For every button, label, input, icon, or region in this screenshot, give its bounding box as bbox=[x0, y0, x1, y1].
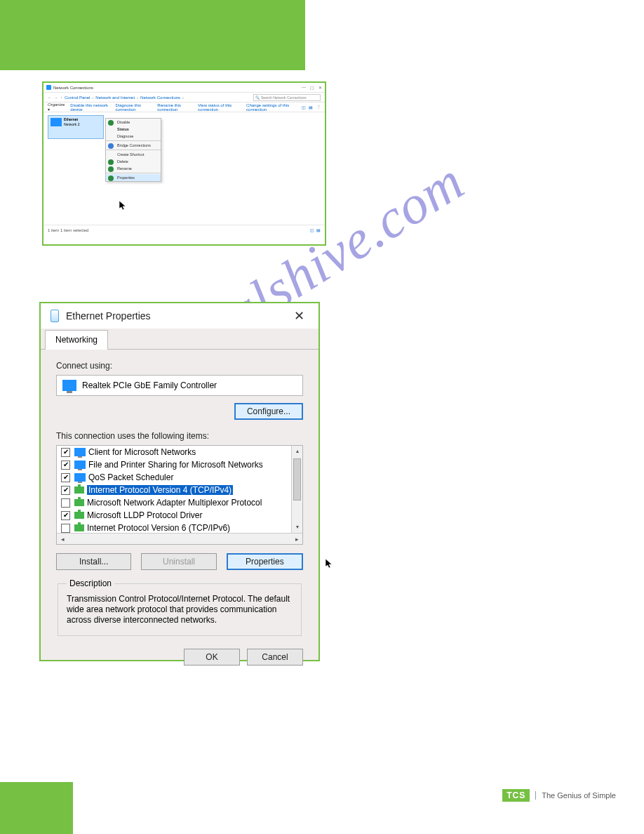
tab-networking[interactable]: Networking bbox=[45, 330, 108, 350]
items-list: Client for Microsoft NetworksFile and Pr… bbox=[56, 445, 303, 545]
context-menu-item[interactable]: Rename bbox=[106, 165, 161, 172]
scroll-left-icon[interactable]: ◂ bbox=[57, 534, 68, 545]
context-menu-item[interactable]: Properties bbox=[106, 174, 161, 181]
organize-menu[interactable]: Organize ▾ bbox=[48, 102, 65, 112]
logo-tagline: The Genius of Simple bbox=[535, 791, 616, 800]
context-menu-item[interactable]: Create Shortcut bbox=[106, 151, 161, 158]
checkbox[interactable] bbox=[61, 461, 70, 470]
svg-marker-1 bbox=[326, 559, 332, 568]
install-button[interactable]: Install... bbox=[56, 553, 131, 570]
context-menu-item[interactable]: Status bbox=[106, 126, 161, 133]
network-icon bbox=[74, 499, 84, 506]
tab-strip: Networking bbox=[41, 329, 318, 350]
help-icon[interactable]: ❔ bbox=[316, 105, 321, 110]
checkbox[interactable] bbox=[61, 486, 70, 495]
footer-logo: TCS The Genius of Simple bbox=[502, 789, 616, 802]
list-item[interactable]: QoS Packet Scheduler bbox=[57, 471, 302, 484]
description-group: Description Transmission Control Protoco… bbox=[58, 578, 302, 636]
status-bar: 1 item 1 item selected ◫▤ bbox=[43, 225, 325, 234]
adapter-field: Realtek PCIe GbE Family Controller bbox=[56, 375, 303, 396]
title-bar: Network Connections —▢✕ bbox=[43, 83, 325, 93]
search-input[interactable]: 🔍Search Network Connections bbox=[253, 94, 321, 101]
context-menu-item[interactable]: Diagnose bbox=[106, 133, 161, 140]
address-bar: ← → ↑ Control Panel › Network and Intern… bbox=[43, 93, 325, 102]
list-item-label: Internet Protocol Version 4 (TCP/IPv4) bbox=[87, 485, 233, 495]
list-item-label: Internet Protocol Version 6 (TCP/IPv6) bbox=[87, 523, 230, 533]
toolbar-item[interactable]: Diagnose this connection bbox=[116, 103, 152, 112]
checkbox[interactable] bbox=[61, 511, 70, 520]
breadcrumb[interactable]: Network and Internet bbox=[95, 95, 135, 100]
scroll-up-icon[interactable]: ▴ bbox=[292, 446, 302, 457]
cursor-icon bbox=[119, 201, 126, 211]
cursor-icon bbox=[326, 559, 333, 569]
window-icon bbox=[46, 85, 51, 90]
ok-button[interactable]: OK bbox=[184, 649, 240, 666]
toolbar-item[interactable]: Rename this connection bbox=[157, 103, 192, 112]
logo-badge: TCS bbox=[502, 789, 530, 802]
scroll-right-icon[interactable]: ▸ bbox=[291, 534, 302, 545]
adapter-name: Realtek PCIe GbE Family Controller bbox=[82, 380, 217, 390]
context-menu-item[interactable]: Bridge Connections bbox=[106, 142, 161, 149]
checkbox[interactable] bbox=[61, 524, 70, 533]
description-legend: Description bbox=[67, 578, 114, 588]
dialog-panel: Connect using: Realtek PCIe GbE Family C… bbox=[41, 350, 318, 660]
nav-up-icon[interactable]: ↑ bbox=[60, 95, 62, 100]
ethernet-adapter-item[interactable]: Ethernet Network 2 bbox=[48, 115, 104, 139]
description-text: Transmission Control Protocol/Internet P… bbox=[67, 594, 293, 626]
dialog-title: Ethernet Properties bbox=[66, 310, 151, 322]
close-button[interactable]: ✕ bbox=[290, 308, 309, 324]
list-item-label: Microsoft LLDP Protocol Driver bbox=[87, 510, 203, 520]
cancel-button[interactable]: Cancel bbox=[247, 649, 303, 666]
list-item[interactable]: Microsoft Network Adapter Multiplexor Pr… bbox=[57, 496, 302, 509]
page-header-green-block bbox=[0, 0, 305, 70]
items-label: This connection uses the following items… bbox=[56, 431, 303, 441]
network-icon bbox=[74, 512, 84, 519]
window-title: Network Connections bbox=[53, 86, 93, 90]
nav-back-icon[interactable]: ← bbox=[48, 95, 52, 100]
context-menu-item[interactable]: Disable bbox=[106, 119, 161, 126]
network-icon bbox=[74, 486, 84, 494]
view-mode-icon[interactable]: ▤ bbox=[316, 227, 321, 232]
breadcrumb[interactable]: Network Connections bbox=[140, 95, 180, 100]
toolbar: Organize ▾ Disable this network device D… bbox=[43, 102, 325, 112]
list-item[interactable]: Internet Protocol Version 6 (TCP/IPv6) bbox=[57, 522, 302, 533]
list-item[interactable]: Client for Microsoft Networks bbox=[57, 446, 302, 458]
scroll-down-icon[interactable]: ▾ bbox=[292, 522, 302, 533]
monitor-icon bbox=[74, 461, 86, 469]
list-item[interactable]: File and Printer Sharing for Microsoft N… bbox=[57, 458, 302, 471]
ethernet-properties-dialog: Ethernet Properties ✕ Networking Connect… bbox=[39, 302, 320, 661]
network-icon bbox=[74, 524, 84, 531]
dialog-title-bar: Ethernet Properties ✕ bbox=[41, 303, 318, 329]
vertical-scrollbar[interactable]: ▴ ▾ bbox=[291, 446, 302, 533]
checkbox[interactable] bbox=[61, 448, 70, 457]
list-item[interactable]: Internet Protocol Version 4 (TCP/IPv4) bbox=[57, 484, 302, 496]
toolbar-item[interactable]: Change settings of this connection bbox=[246, 103, 296, 112]
view-icon[interactable]: ◫ bbox=[302, 105, 306, 110]
monitor-icon bbox=[74, 473, 86, 482]
window-buttons[interactable]: —▢✕ bbox=[302, 85, 322, 90]
adapter-network: Network 2 bbox=[64, 122, 102, 127]
configure-button[interactable]: Configure... bbox=[234, 403, 303, 420]
view-icon[interactable]: ▤ bbox=[309, 105, 313, 110]
page-footer-green-block bbox=[0, 782, 73, 834]
window-body: Ethernet Network 2 DisableStatusDiagnose… bbox=[43, 112, 325, 234]
adapter-name: Ethernet bbox=[64, 117, 102, 122]
checkbox[interactable] bbox=[61, 498, 70, 508]
checkbox[interactable] bbox=[61, 473, 70, 482]
context-menu-item[interactable]: Delete bbox=[106, 158, 161, 165]
toolbar-item[interactable]: Disable this network device bbox=[70, 103, 109, 112]
status-text: 1 item 1 item selected bbox=[48, 228, 88, 232]
uninstall-button: Uninstall bbox=[141, 553, 216, 570]
connect-using-label: Connect using: bbox=[56, 361, 112, 371]
scroll-thumb[interactable] bbox=[293, 458, 301, 501]
list-item[interactable]: Microsoft LLDP Protocol Driver bbox=[57, 509, 302, 522]
nav-fwd-icon[interactable]: → bbox=[54, 95, 58, 100]
adapter-icon bbox=[62, 380, 76, 391]
properties-button[interactable]: Properties bbox=[227, 553, 303, 570]
toolbar-item[interactable]: View status of this connection bbox=[198, 103, 241, 112]
network-connections-window: Network Connections —▢✕ ← → ↑ Control Pa… bbox=[42, 81, 326, 246]
horizontal-scrollbar[interactable]: ◂ ▸ bbox=[57, 533, 302, 544]
ethernet-icon bbox=[51, 310, 59, 322]
view-mode-icon[interactable]: ◫ bbox=[310, 227, 314, 232]
breadcrumb[interactable]: Control Panel bbox=[65, 95, 90, 100]
